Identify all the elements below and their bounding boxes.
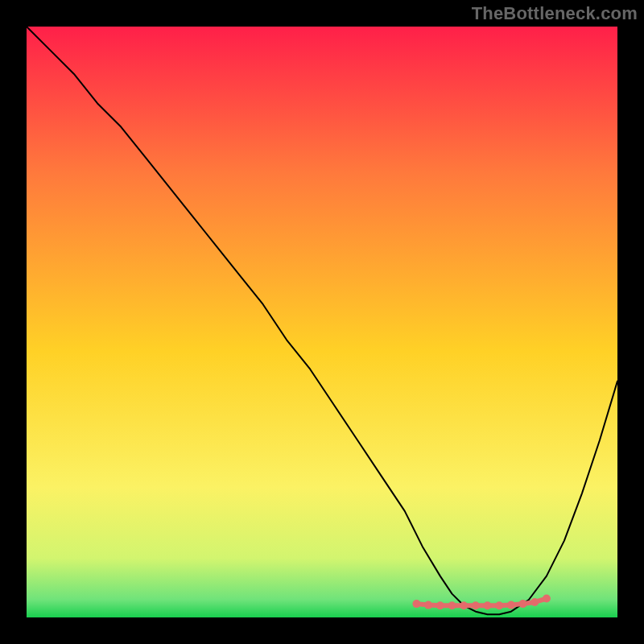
bottom-marker-band-dot [507,601,515,609]
chart-frame: TheBottleneck.com [0,0,644,644]
bottom-marker-band-dot [460,601,468,609]
bottom-marker-band-dot [495,601,503,609]
bottom-marker-band-dot [484,601,492,609]
bottom-marker-band-dot [412,600,420,608]
watermark-text: TheBottleneck.com [472,3,638,24]
gradient-background [27,27,617,617]
bottom-marker-band-dot [530,598,539,606]
bottom-marker-band-dot [543,595,551,603]
plot-area [27,27,617,617]
bottom-marker-band-dot [448,601,456,609]
bottom-marker-band-dot [424,601,432,609]
bottom-marker-band-dot [472,601,480,609]
bottom-marker-band-dot [436,601,444,609]
bottleneck-chart [27,27,617,617]
bottom-marker-band-dot [519,600,527,608]
